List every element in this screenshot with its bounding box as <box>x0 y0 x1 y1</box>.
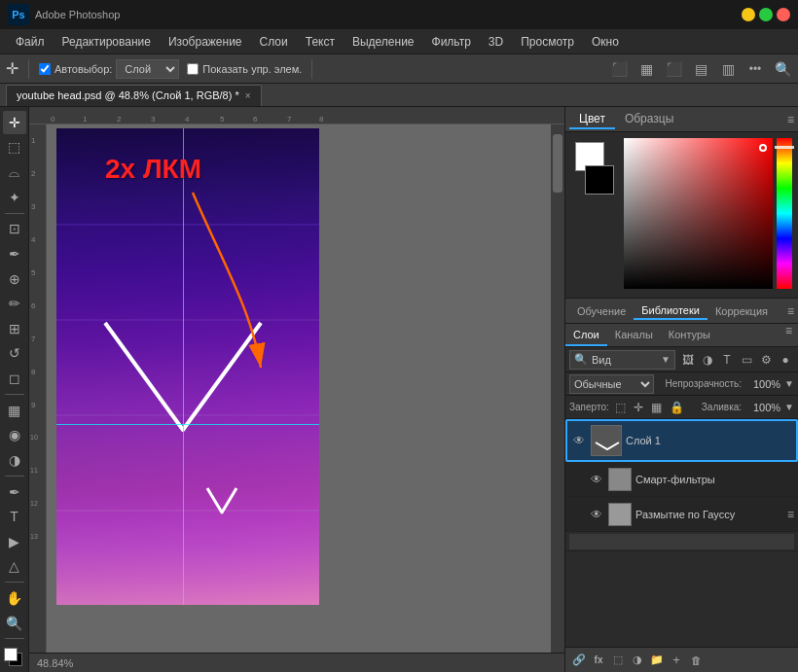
tool-brush[interactable]: ✏ <box>3 292 26 315</box>
tab-samples[interactable]: Образцы <box>615 110 683 129</box>
tab-main[interactable]: youtube head.psd @ 48.8% (Слой 1, RGB/8)… <box>6 85 262 106</box>
filter-smart-icon[interactable]: ⚙ <box>757 351 775 369</box>
tool-crop[interactable]: ⊡ <box>3 217 26 240</box>
layer-item-gaussian[interactable]: 👁 Размытие по Гауссу ≡ <box>565 497 798 532</box>
align-icon-2[interactable]: ▦ <box>636 59 656 79</box>
tool-clone[interactable]: ⊞ <box>3 317 26 340</box>
align-icon-4[interactable]: ▤ <box>691 59 710 79</box>
show-transform-checkbox[interactable] <box>187 63 199 75</box>
tool-magic-wand[interactable]: ✦ <box>3 186 26 209</box>
layer-fx-icon[interactable]: fx <box>591 653 606 668</box>
layer-adjustment-icon[interactable]: ◑ <box>630 653 645 668</box>
layer-visibility-toggle-gaussian[interactable]: 👁 <box>589 507 604 522</box>
menu-file[interactable]: Файл <box>8 33 53 51</box>
tool-eraser[interactable]: ◻ <box>3 367 26 390</box>
hue-slider[interactable] <box>777 138 792 289</box>
filter-text-icon[interactable]: T <box>718 351 736 369</box>
panel-bottom-menu-icon[interactable]: ≡ <box>787 304 794 318</box>
menu-image[interactable]: Изображение <box>161 33 250 51</box>
color-panel-tabs: Цвет Образцы ≡ <box>565 107 798 132</box>
menu-select[interactable]: Выделение <box>345 33 422 51</box>
new-layer-icon[interactable]: + <box>669 653 684 668</box>
tool-shape[interactable]: △ <box>3 555 26 579</box>
gradient-picker[interactable] <box>624 138 792 289</box>
layer-item-layer1[interactable]: 👁 Слой 1 <box>565 419 798 462</box>
tab-training[interactable]: Обучение <box>569 303 634 319</box>
tool-move[interactable]: ✛ <box>3 111 26 134</box>
fill-value[interactable]: 100% <box>745 402 780 413</box>
layer-item-smart-filters[interactable]: 👁 Смарт-фильтры <box>565 462 798 497</box>
layer-mask-icon[interactable]: ⬚ <box>610 653 626 668</box>
background-color-swatch[interactable] <box>585 165 614 195</box>
tool-gradient[interactable]: ▦ <box>3 399 26 422</box>
align-icon-5[interactable]: ▥ <box>718 59 738 79</box>
layer-visibility-toggle-layer1[interactable]: 👁 <box>571 433 587 448</box>
filter-shape-icon[interactable]: ▭ <box>738 351 755 369</box>
filter-adjustment-icon[interactable]: ◑ <box>699 351 716 369</box>
tool-path-selection[interactable]: ▶ <box>3 530 26 553</box>
layers-search[interactable]: 🔍 Вид ▼ <box>569 350 675 370</box>
fill-dropdown-icon[interactable]: ▼ <box>784 402 794 412</box>
subtab-channels[interactable]: Каналы <box>607 324 661 346</box>
opacity-value[interactable]: 100% <box>745 378 780 390</box>
align-icon-1[interactable]: ⬛ <box>609 59 629 79</box>
vertical-scrollbar[interactable] <box>551 124 564 653</box>
guide-horizontal <box>56 424 319 425</box>
auto-select-checkbox[interactable] <box>39 63 51 75</box>
fg-color-swatch[interactable] <box>4 648 18 661</box>
layer-visibility-toggle-smart[interactable]: 👁 <box>589 472 604 487</box>
tool-pen[interactable]: ✒ <box>3 480 26 504</box>
canvas-content[interactable]: 2х ЛКМ <box>47 124 564 653</box>
menu-3d[interactable]: 3D <box>481 33 511 51</box>
align-icon-3[interactable]: ⬛ <box>664 59 683 79</box>
filter-pixel-icon[interactable]: 🖼 <box>679 351 697 369</box>
menu-filter[interactable]: Фильтр <box>424 33 479 51</box>
tool-eyedropper[interactable]: ✒ <box>3 242 26 265</box>
toolbar-color-swatches[interactable] <box>3 647 26 668</box>
tab-close-button[interactable]: × <box>245 90 251 101</box>
tab-correction[interactable]: Коррекция <box>707 303 776 319</box>
tool-lasso[interactable]: ⌓ <box>3 160 26 184</box>
new-group-icon[interactable]: 📁 <box>649 653 665 668</box>
subtab-paths[interactable]: Контуры <box>661 324 718 346</box>
tool-zoom[interactable]: 🔍 <box>3 612 26 635</box>
search-icon[interactable]: 🔍 <box>773 59 792 79</box>
minimize-button[interactable] <box>742 8 755 21</box>
menu-view[interactable]: Просмотр <box>513 33 582 51</box>
opacity-dropdown-icon[interactable]: ▼ <box>784 378 794 389</box>
auto-select-dropdown[interactable]: Слой Группа <box>116 59 179 79</box>
menu-edit[interactable]: Редактирование <box>54 33 159 51</box>
menu-window[interactable]: Окно <box>584 33 627 51</box>
gaussian-menu-icon[interactable]: ≡ <box>787 508 794 521</box>
more-icon[interactable]: ••• <box>745 59 765 79</box>
tool-dodge[interactable]: ◑ <box>3 448 26 472</box>
window-controls[interactable] <box>742 8 790 21</box>
tab-color[interactable]: Цвет <box>569 110 615 129</box>
lock-icon-2[interactable]: ✛ <box>634 401 643 414</box>
lock-icon-4[interactable]: 🔒 <box>670 401 684 414</box>
tool-blur[interactable]: ◉ <box>3 423 26 446</box>
link-layers-icon[interactable]: 🔗 <box>571 653 587 668</box>
tool-healing[interactable]: ⊕ <box>3 267 26 291</box>
tool-hand[interactable]: ✋ <box>3 586 26 610</box>
panel-menu-icon[interactable]: ≡ <box>787 113 794 126</box>
tool-history[interactable]: ↺ <box>3 342 26 366</box>
menu-text[interactable]: Текст <box>298 33 343 51</box>
tool-text[interactable]: T <box>3 505 26 528</box>
lock-icon-3[interactable]: ▦ <box>651 401 662 414</box>
blending-mode-select[interactable]: Обычные <box>569 374 654 394</box>
layers-menu-icon[interactable]: ≡ <box>780 324 798 346</box>
delete-layer-icon[interactable]: 🗑 <box>688 653 704 668</box>
lock-icon-1[interactable]: ⬚ <box>615 401 626 414</box>
menu-layers[interactable]: Слои <box>252 33 296 51</box>
maximize-button[interactable] <box>759 8 773 21</box>
tab-libraries[interactable]: Библиотеки <box>634 302 707 320</box>
ruler-tick-5: 5 <box>220 115 224 124</box>
subtab-layers[interactable]: Слои <box>565 324 607 346</box>
tool-marquee[interactable]: ⬚ <box>3 136 26 159</box>
vertical-scroll-thumb[interactable] <box>553 134 562 193</box>
close-button[interactable] <box>777 8 790 21</box>
filter-toggle-icon[interactable]: ● <box>777 351 794 369</box>
search-dropdown-icon[interactable]: ▼ <box>661 354 671 365</box>
gradient-main-area[interactable] <box>624 138 773 289</box>
